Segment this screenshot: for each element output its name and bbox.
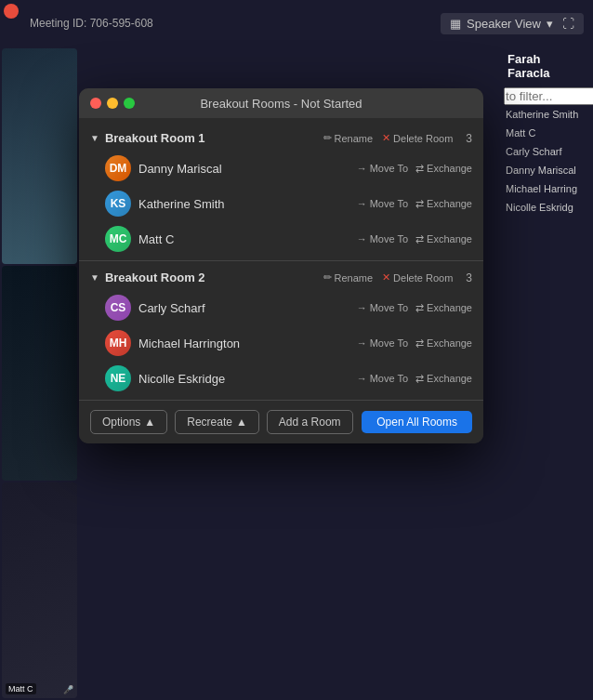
room-section-1: ▼ Breakout Room 1 ✏ Rename ✕ Delete Room… bbox=[79, 125, 483, 261]
modal-footer: Options ▲ Recreate ▲ Add a Room Open All… bbox=[79, 400, 483, 443]
participant-name: Carly Scharf bbox=[138, 301, 349, 315]
video-thumb-3: Matt C 🎤 bbox=[2, 482, 77, 698]
speaker-view-button[interactable]: ▦ Speaker View ▾ ⛶ bbox=[441, 13, 584, 34]
participant-row: MC Matt C → Move To ⇄ Exchange bbox=[79, 221, 483, 257]
participant-row: KS Katherine Smith → Move To ⇄ Exchange bbox=[79, 186, 483, 221]
participant-name: Katherine Smith bbox=[138, 197, 349, 211]
participant-name: Nicolle Eskridge bbox=[138, 372, 349, 386]
avatar: KS bbox=[105, 191, 131, 217]
modal-title: Breakout Rooms - Not Started bbox=[200, 97, 362, 111]
exchange-icon: ⇄ bbox=[415, 302, 424, 314]
top-bar: Meeting ID: 706-595-608 ▦ Speaker View ▾… bbox=[0, 0, 593, 46]
room-chevron-icon: ▼ bbox=[90, 272, 99, 283]
x-icon: ✕ bbox=[382, 132, 390, 144]
right-panel-participant: Michael Harring bbox=[504, 179, 589, 198]
room-header-1: ▼ Breakout Room 1 ✏ Rename ✕ Delete Room… bbox=[79, 125, 483, 151]
right-panel-participant: Katherine Smith bbox=[504, 105, 589, 124]
right-panel-participant: Carly Scharf bbox=[504, 142, 589, 161]
move-to-button[interactable]: → Move To bbox=[357, 233, 408, 244]
mic-off-icon: 🎤 bbox=[63, 685, 73, 694]
recreate-button[interactable]: Recreate ▲ bbox=[175, 410, 259, 434]
pencil-icon: ✏ bbox=[323, 271, 332, 284]
record-indicator bbox=[4, 4, 19, 19]
participant-name: Matt C bbox=[138, 232, 349, 246]
chevron-up-icon-2: ▲ bbox=[236, 416, 247, 429]
room-chevron-icon: ▼ bbox=[90, 133, 99, 143]
rename-button[interactable]: ✏ Rename bbox=[323, 271, 374, 284]
exchange-button[interactable]: ⇄ Exchange bbox=[415, 198, 472, 210]
expand-icon: ⛶ bbox=[562, 17, 574, 31]
exchange-icon: ⇄ bbox=[415, 233, 424, 245]
room-actions: ✏ Rename ✕ Delete Room 3 bbox=[323, 132, 472, 145]
participant-name: Michael Harrington bbox=[138, 337, 349, 350]
grid-icon: ▦ bbox=[450, 17, 461, 31]
exchange-icon: ⇄ bbox=[415, 198, 424, 210]
breakout-rooms-modal: Breakout Rooms - Not Started ▼ Breakout … bbox=[79, 88, 483, 443]
participant-name: Danny Mariscal bbox=[138, 162, 349, 176]
right-panel-participant: Nicolle Eskridg bbox=[504, 198, 589, 217]
room-header-2: ▼ Breakout Room 2 ✏ Rename ✕ Delete Room… bbox=[79, 265, 483, 290]
arrow-right-icon: → bbox=[357, 373, 367, 384]
exchange-icon: ⇄ bbox=[415, 163, 424, 175]
maximize-button[interactable] bbox=[124, 98, 135, 109]
right-panel-participant: Matt C bbox=[504, 124, 589, 142]
close-button[interactable] bbox=[90, 98, 101, 109]
participant-row: NE Nicolle Eskridge → Move To ⇄ Exchange bbox=[79, 361, 483, 396]
room-divider bbox=[79, 260, 483, 261]
pencil-icon: ✏ bbox=[323, 132, 332, 144]
chevron-down-icon: ▾ bbox=[547, 17, 553, 31]
arrow-right-icon: → bbox=[357, 337, 367, 349]
farah-name: Farah Faracla bbox=[504, 50, 589, 82]
video-thumb-1 bbox=[2, 48, 77, 264]
exchange-icon: ⇄ bbox=[415, 337, 424, 350]
move-to-button[interactable]: → Move To bbox=[357, 198, 408, 209]
delete-room-button[interactable]: ✕ Delete Room bbox=[382, 132, 453, 144]
video-name-3: Matt C bbox=[6, 683, 36, 694]
exchange-button[interactable]: ⇄ Exchange bbox=[415, 233, 472, 245]
arrow-right-icon: → bbox=[357, 163, 367, 174]
open-all-rooms-button[interactable]: Open All Rooms bbox=[362, 411, 472, 433]
avatar: MC bbox=[105, 226, 131, 252]
move-to-button[interactable]: → Move To bbox=[357, 373, 408, 384]
exchange-button[interactable]: ⇄ Exchange bbox=[415, 337, 472, 350]
avatar: CS bbox=[105, 295, 131, 321]
modal-content: ▼ Breakout Room 1 ✏ Rename ✕ Delete Room… bbox=[79, 118, 483, 400]
meeting-id: Meeting ID: 706-595-608 bbox=[30, 17, 153, 30]
room-name: Breakout Room 1 bbox=[105, 131, 318, 145]
options-button[interactable]: Options ▲ bbox=[90, 410, 167, 434]
filter-input[interactable] bbox=[504, 87, 593, 105]
minimize-button[interactable] bbox=[107, 98, 118, 109]
room-section-2: ▼ Breakout Room 2 ✏ Rename ✕ Delete Room… bbox=[79, 265, 483, 396]
exchange-icon: ⇄ bbox=[415, 373, 424, 385]
exchange-button[interactable]: ⇄ Exchange bbox=[415, 163, 472, 175]
room-count: 3 bbox=[466, 132, 472, 145]
arrow-right-icon: → bbox=[357, 233, 367, 244]
arrow-right-icon: → bbox=[357, 198, 367, 209]
right-panel-participant: Danny Mariscal bbox=[504, 161, 589, 179]
participants-panel: Farah Faracla Katherine SmithMatt CCarly… bbox=[500, 46, 593, 220]
move-to-button[interactable]: → Move To bbox=[357, 163, 408, 174]
avatar: NE bbox=[105, 365, 131, 391]
rename-button[interactable]: ✏ Rename bbox=[323, 132, 374, 144]
chevron-up-icon: ▲ bbox=[144, 416, 155, 429]
participant-row: MH Michael Harrington → Move To ⇄ Exchan… bbox=[79, 325, 483, 361]
video-panels: Matt C 🎤 bbox=[0, 46, 79, 700]
move-to-button[interactable]: → Move To bbox=[357, 337, 408, 349]
room-actions: ✏ Rename ✕ Delete Room 3 bbox=[323, 271, 472, 284]
video-thumb-2 bbox=[2, 266, 77, 482]
x-icon: ✕ bbox=[382, 271, 390, 284]
move-to-button[interactable]: → Move To bbox=[357, 302, 408, 313]
room-count: 3 bbox=[466, 271, 472, 284]
avatar: DM bbox=[105, 155, 131, 181]
avatar: MH bbox=[105, 330, 131, 356]
exchange-button[interactable]: ⇄ Exchange bbox=[415, 302, 472, 314]
room-name: Breakout Room 2 bbox=[105, 271, 318, 284]
delete-room-button[interactable]: ✕ Delete Room bbox=[382, 271, 453, 284]
participant-row: DM Danny Mariscal → Move To ⇄ Exchange bbox=[79, 151, 483, 186]
arrow-right-icon: → bbox=[357, 302, 367, 313]
add-room-button[interactable]: Add a Room bbox=[267, 410, 353, 434]
exchange-button[interactable]: ⇄ Exchange bbox=[415, 373, 472, 385]
modal-titlebar: Breakout Rooms - Not Started bbox=[79, 88, 483, 118]
traffic-lights bbox=[90, 98, 135, 109]
participant-row: CS Carly Scharf → Move To ⇄ Exchange bbox=[79, 290, 483, 325]
